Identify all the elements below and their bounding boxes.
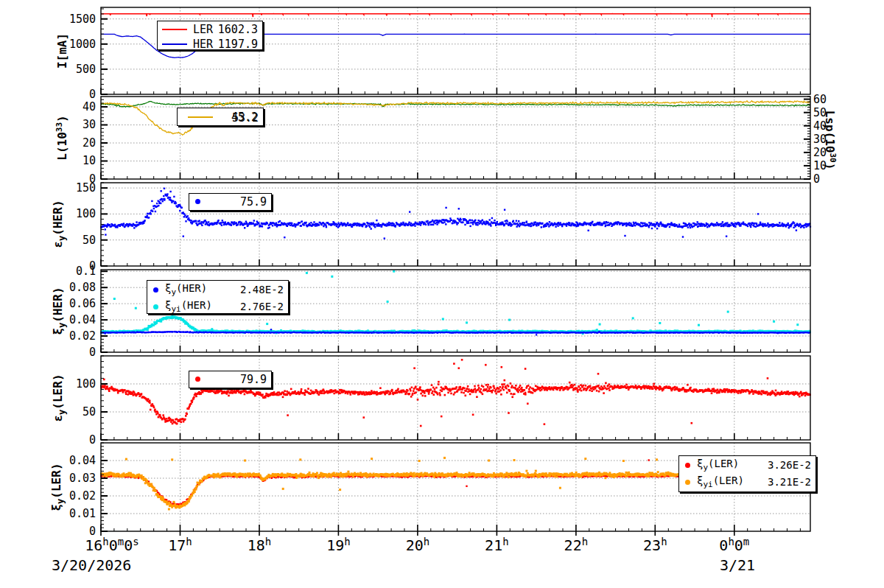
legend-row-xi-y: ξy(HER) 2.48E-2: [147, 281, 288, 298]
legend-label: ξy(LER): [697, 458, 739, 472]
x-tick-label: 16h0m0s: [85, 536, 139, 554]
x-tick-label: 18h: [248, 536, 272, 554]
y-tick-label: 150: [49, 181, 96, 195]
y-tick-label: 0.03: [49, 472, 96, 485]
legend-value: 1602.3: [218, 23, 262, 36]
y-tick-label: 0.02: [49, 329, 96, 343]
right-y-tick-label: 10: [813, 159, 827, 172]
legend-value: 75.9: [240, 195, 271, 209]
accelerator-monitor-chart: I[mA] L(1033) Lsp(1030) εy(HER) ξy(HER) …: [0, 0, 884, 588]
x-tick-label: 23h: [643, 536, 667, 554]
cyan-dot-marker: [153, 304, 158, 309]
x-tick-label: 19h: [326, 536, 351, 554]
legend-row: 79.9: [189, 371, 271, 386]
ler-line-swatch: [162, 29, 187, 30]
legend-row-her: HER 1197.9: [158, 36, 262, 51]
legend-luminosity: 45.2 53.2: [177, 108, 264, 126]
right-y-tick-label: 30: [813, 133, 827, 146]
right-y-tick-label: 0: [813, 172, 820, 186]
right-y-tick-label: 20: [813, 146, 827, 159]
y-tick-label: 10: [49, 154, 96, 167]
legend-value: 2.48E-2: [240, 284, 288, 295]
y-tick-label: 1500: [49, 13, 96, 26]
y-tick-label: 500: [49, 63, 96, 76]
legend-label: HER: [193, 38, 213, 51]
y-tick-label: 30: [49, 118, 96, 131]
legend-eps-her: 75.9: [189, 193, 272, 211]
right-y-tick-label: 50: [813, 106, 827, 119]
y-tick-label: 50: [49, 405, 96, 419]
y-axis-title-xi-her: ξy(HER): [51, 287, 67, 335]
legend-value: 1197.9: [218, 38, 262, 51]
blue-dot-marker: [195, 199, 200, 204]
legend-eps-ler: 79.9: [189, 371, 272, 388]
legend-label: LER: [193, 23, 213, 36]
y-tick-label: 0.1: [49, 265, 96, 278]
x-tick-label: 22h: [564, 536, 589, 554]
y-tick-label: 0.04: [49, 313, 96, 326]
legend-value: 3.21E-2: [768, 476, 815, 488]
legend-row-xi-yi: ξyi(LER) 3.21E-2: [679, 473, 815, 490]
legend-xi-her: ξy(HER) 2.48E-2 ξyi(HER) 2.76E-2: [147, 280, 289, 314]
y-tick-label: 20: [49, 136, 96, 150]
legend-row-ler: LER 1602.3: [158, 21, 262, 36]
y-tick-label: 100: [49, 207, 96, 220]
y-tick-label: 50: [49, 234, 96, 247]
legend-value: 79.9: [240, 373, 271, 386]
y-tick-label: 0.06: [49, 297, 96, 310]
x-tick-label: 0h0m: [719, 536, 749, 554]
red-dot-marker: [195, 377, 200, 382]
panel-eps-y-ler: [100, 356, 811, 440]
y-tick-label: 0: [49, 346, 96, 359]
y-tick-label: 0.01: [49, 507, 96, 520]
y-axis-title-xi-ler: ξy(LER): [49, 463, 66, 511]
right-y-tick-label: 40: [813, 119, 827, 133]
y-tick-label: 40: [49, 100, 96, 113]
y-tick-label: 0.04: [49, 454, 96, 467]
y-tick-label: 0: [49, 433, 96, 447]
legend-row-xi-y: ξy(LER) 3.26E-2: [679, 456, 815, 473]
legend-value: 3.26E-2: [768, 459, 815, 471]
right-y-tick-label: 60: [813, 93, 827, 106]
orange-dot-marker: [685, 480, 690, 485]
y-tick-label: 0: [49, 88, 96, 101]
legend-row-xi-yi: ξyi(HER) 2.76E-2: [147, 298, 288, 315]
legend-value-overlap-b: 53.2: [232, 111, 259, 125]
y-tick-label: 0.08: [49, 281, 96, 294]
lsp-line-swatch: [188, 116, 213, 118]
plot-canvas: [0, 0, 884, 588]
legend-label: ξy(HER): [165, 282, 207, 297]
date-label-right: 3/21: [704, 556, 771, 574]
x-tick-label: 17h: [168, 536, 192, 554]
panel-frame: [101, 356, 810, 440]
legend-value: 2.76E-2: [240, 301, 288, 312]
legend-label: ξyi(HER): [165, 299, 212, 314]
her-line-swatch: [162, 43, 187, 45]
red-dot-marker: [685, 463, 690, 468]
blue-dot-marker: [153, 287, 158, 293]
legend-current: LER 1602.3 HER 1197.9: [157, 21, 263, 50]
legend-label: ξyi(LER): [697, 475, 744, 489]
legend-xi-ler: ξy(LER) 3.26E-2 ξyi(LER) 3.21E-2: [678, 455, 816, 492]
y-tick-label: 1000: [49, 38, 96, 51]
y-tick-label: 0.02: [49, 489, 96, 503]
y-tick-label: 100: [49, 377, 96, 391]
x-tick-label: 21h: [485, 536, 509, 554]
x-tick-label: 20h: [406, 536, 430, 554]
legend-row: 75.9: [189, 194, 271, 209]
date-label-left: 3/20/2026: [52, 556, 131, 574]
series-LER: [101, 14, 810, 18]
